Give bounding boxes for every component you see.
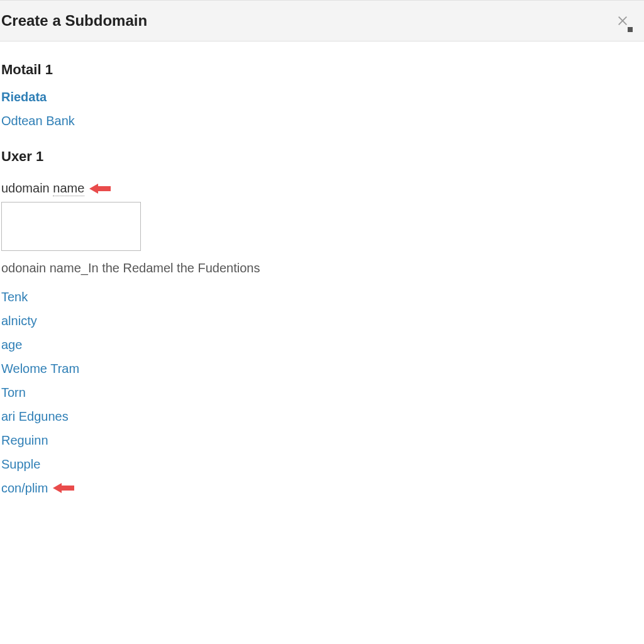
svg-marker-3 [53,483,74,493]
subdomain-name-input[interactable] [1,202,141,251]
link-conplim[interactable]: con/plim [1,478,48,498]
section-title-2: Uxer 1 [1,148,643,165]
helper-text: odonain name_In the Redamel the Fudentio… [1,261,643,275]
modal-body: Motail 1 Riedata Odtean Bank Uxer 1 udom… [0,42,644,541]
subdomain-name-label: udomain name [1,181,111,196]
svg-marker-2 [89,184,111,194]
link-riedata[interactable]: Riedata [1,87,643,107]
arrow-left-icon [89,182,111,195]
page: Create a Subdomain Motail 1 Riedata Odte… [0,0,644,644]
modal-header: Create a Subdomain [0,0,644,42]
link-torn[interactable]: Torn [1,382,643,402]
link-age[interactable]: age [1,335,643,355]
label-underlined: name [53,181,84,196]
link-row-conplim: con/plim [1,478,643,498]
resize-corner-icon [628,27,633,32]
link-ari-edgunes[interactable]: ari Edgunes [1,406,643,426]
link-tenk[interactable]: Tenk [1,287,643,307]
link-reguinn[interactable]: Reguinn [1,430,643,450]
label-prefix: udomain [1,181,53,195]
link-list-2: Tenk alnicty age Welome Tram Torn ari Ed… [1,287,643,498]
link-welome-tram[interactable]: Welome Tram [1,358,643,379]
link-supple[interactable]: Supple [1,454,643,474]
modal-title: Create a Subdomain [1,12,147,30]
link-alnicty[interactable]: alnicty [1,311,643,331]
link-list-1: Riedata Odtean Bank [1,87,643,131]
link-odtean-bank[interactable]: Odtean Bank [1,111,643,131]
close-button[interactable] [615,13,630,28]
arrow-left-icon [53,482,74,494]
close-icon [617,15,628,26]
section-title-1: Motail 1 [1,62,643,78]
